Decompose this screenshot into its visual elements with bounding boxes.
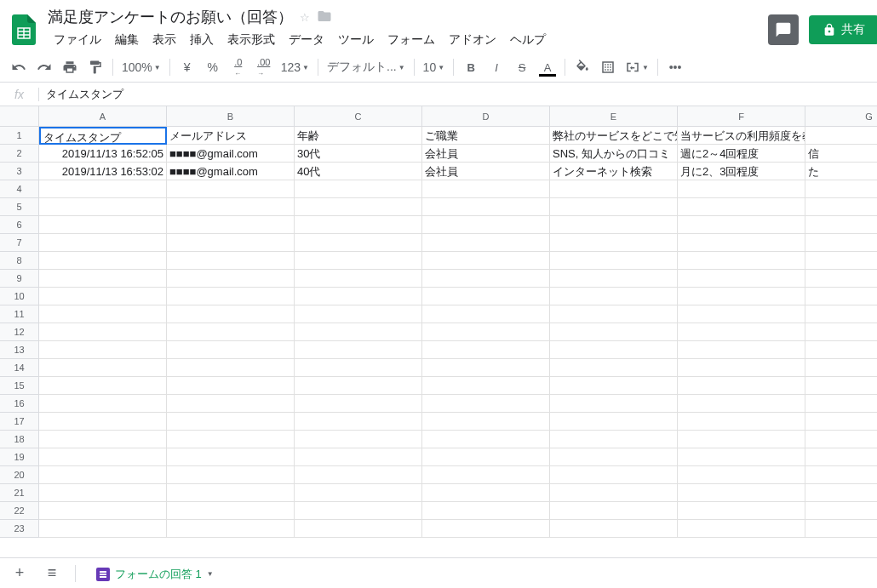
bold-button[interactable]: B — [459, 56, 483, 78]
cell[interactable] — [39, 180, 167, 198]
cell[interactable]: 会社員 — [422, 145, 550, 163]
cell[interactable] — [39, 198, 167, 216]
cell[interactable] — [678, 323, 805, 341]
sheets-logo[interactable] — [7, 13, 41, 47]
row-header[interactable]: 17 — [0, 413, 39, 431]
row-header[interactable]: 16 — [0, 395, 39, 413]
font-size-dropdown[interactable]: 10▼ — [420, 56, 449, 78]
strikethrough-button[interactable]: S — [510, 56, 534, 78]
cell[interactable] — [805, 288, 877, 305]
cell[interactable]: ■■■■@gmail.com — [167, 145, 295, 163]
cell[interactable] — [39, 502, 167, 520]
cell[interactable] — [678, 448, 805, 466]
star-icon[interactable]: ☆ — [300, 11, 310, 24]
cell[interactable] — [422, 198, 550, 216]
cell[interactable] — [167, 180, 295, 198]
cell[interactable] — [39, 323, 167, 341]
cell[interactable] — [805, 466, 877, 484]
cell[interactable] — [550, 502, 678, 520]
cell[interactable] — [422, 395, 550, 413]
redo-button[interactable] — [32, 56, 56, 78]
cell[interactable] — [295, 288, 422, 305]
cell[interactable] — [678, 252, 805, 270]
cell[interactable] — [295, 377, 422, 395]
cell[interactable] — [167, 377, 295, 395]
cell[interactable] — [805, 127, 877, 145]
cell[interactable] — [678, 466, 805, 484]
cell[interactable] — [422, 448, 550, 466]
cell[interactable]: 30代 — [295, 145, 422, 163]
add-sheet-button[interactable]: + — [7, 561, 32, 586]
cell[interactable] — [550, 448, 678, 466]
cell[interactable] — [678, 413, 805, 431]
comments-button[interactable] — [768, 14, 799, 45]
cell[interactable]: ■■■■@gmail.com — [167, 163, 295, 180]
cell[interactable] — [422, 466, 550, 484]
fill-color-button[interactable] — [570, 56, 594, 78]
row-header[interactable]: 18 — [0, 431, 39, 448]
cell[interactable] — [295, 305, 422, 323]
cell[interactable]: タイムスタンプ — [39, 127, 167, 145]
text-color-button[interactable]: A — [536, 56, 559, 78]
cell[interactable] — [39, 341, 167, 359]
column-header[interactable]: G — [805, 106, 877, 127]
cell[interactable] — [678, 341, 805, 359]
cell[interactable] — [295, 484, 422, 502]
sheet-tab-active[interactable]: フォームの回答 1 ▼ — [86, 560, 224, 587]
cell[interactable] — [805, 359, 877, 377]
share-button[interactable]: 共有 — [809, 15, 877, 44]
cell[interactable]: 年齢 — [295, 127, 422, 145]
cell[interactable] — [550, 216, 678, 234]
cell[interactable] — [167, 520, 295, 538]
cell[interactable] — [678, 431, 805, 448]
folder-icon[interactable] — [317, 9, 332, 26]
cell[interactable] — [295, 520, 422, 538]
cell[interactable] — [422, 252, 550, 270]
undo-button[interactable] — [7, 56, 31, 78]
cell[interactable] — [805, 180, 877, 198]
cell[interactable] — [805, 377, 877, 395]
all-sheets-button[interactable]: ≡ — [39, 561, 65, 586]
cell[interactable] — [550, 395, 678, 413]
cell[interactable]: 2019/11/13 16:52:05 — [39, 145, 167, 163]
cell[interactable] — [678, 377, 805, 395]
cell[interactable] — [295, 270, 422, 288]
cell[interactable]: 40代 — [295, 163, 422, 180]
spreadsheet-grid[interactable]: ABCDEFG1タイムスタンプメールアドレス年齢ご職業弊社のサービスをどこで知当… — [0, 106, 877, 538]
currency-button[interactable]: ¥ — [175, 56, 199, 78]
cell[interactable] — [422, 234, 550, 252]
cell[interactable] — [39, 305, 167, 323]
cell[interactable] — [805, 305, 877, 323]
row-header[interactable]: 10 — [0, 288, 39, 305]
cell[interactable] — [167, 305, 295, 323]
cell[interactable] — [805, 270, 877, 288]
cell[interactable] — [167, 448, 295, 466]
row-header[interactable]: 19 — [0, 448, 39, 466]
row-header[interactable]: 21 — [0, 484, 39, 502]
cell[interactable] — [167, 502, 295, 520]
column-header[interactable]: A — [39, 106, 167, 127]
menu-form[interactable]: フォーム — [381, 29, 441, 51]
print-button[interactable] — [58, 56, 82, 78]
column-header[interactable]: B — [167, 106, 295, 127]
cell[interactable]: 信 — [805, 145, 877, 163]
increase-decimal-button[interactable]: .00→ — [252, 56, 276, 78]
cell[interactable] — [678, 520, 805, 538]
menu-tools[interactable]: ツール — [332, 29, 380, 51]
menu-insert[interactable]: 挿入 — [184, 29, 220, 51]
cell[interactable] — [39, 216, 167, 234]
cell[interactable] — [295, 323, 422, 341]
cell[interactable] — [550, 198, 678, 216]
merge-cells-button[interactable]: ▼ — [622, 56, 652, 78]
row-header[interactable]: 22 — [0, 502, 39, 520]
cell[interactable] — [550, 234, 678, 252]
cell[interactable] — [295, 359, 422, 377]
cell[interactable] — [805, 341, 877, 359]
row-header[interactable]: 9 — [0, 270, 39, 288]
cell[interactable] — [550, 520, 678, 538]
cell[interactable] — [167, 216, 295, 234]
cell[interactable] — [678, 288, 805, 305]
row-header[interactable]: 8 — [0, 252, 39, 270]
cell[interactable] — [550, 359, 678, 377]
cell[interactable] — [167, 323, 295, 341]
